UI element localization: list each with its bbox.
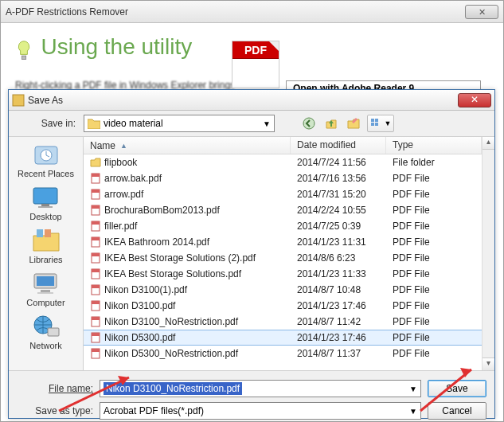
table-row[interactable]: IKEA Best Storage Solutions (2).pdf2014/… (84, 250, 482, 266)
svg-rect-9 (33, 188, 57, 204)
svg-rect-0 (21, 56, 25, 59)
saveastype-combo[interactable]: Acrobat PDF files(*.pdf) ▼ (100, 402, 421, 420)
table-row[interactable]: IKEA Bathroom 2014.pdf2014/1/23 11:31PDF… (84, 234, 482, 250)
file-date: 2014/2/24 10:55 (291, 205, 386, 216)
file-date: 2014/8/6 6:23 (291, 252, 386, 264)
pdf-file-icon (90, 300, 101, 311)
scroll-up-button[interactable]: ▴ (483, 137, 494, 150)
file-date: 2014/8/7 10:48 (291, 284, 386, 295)
folder-icon (88, 118, 100, 129)
place-label: Network (29, 341, 61, 350)
pdf-file-icon (90, 189, 101, 200)
page-fold-icon (269, 41, 279, 51)
app-close-button[interactable]: ✕ (465, 5, 498, 19)
file-date: 2014/7/24 11:56 (291, 157, 386, 168)
dialog-content: Recent Places Desktop Libraries Computer… (9, 136, 494, 371)
table-row[interactable]: flipbook2014/7/24 11:56File folder (84, 154, 482, 170)
file-name: filler.pdf (104, 221, 137, 232)
folder-icon (90, 157, 101, 168)
svg-rect-19 (48, 328, 59, 336)
pdf-file-icon (90, 221, 101, 232)
scroll-down-button[interactable]: ▾ (483, 358, 494, 370)
table-row[interactable]: Nikon D3100_NoRestriction.pdf2014/8/7 11… (84, 314, 482, 330)
back-button[interactable] (300, 115, 318, 132)
file-type: PDF File (386, 316, 482, 327)
table-row[interactable]: Nikon D3100(1).pdf2014/8/7 10:48PDF File (84, 282, 482, 298)
file-date: 2014/7/31 15:20 (291, 189, 386, 200)
file-name: flipbook (104, 157, 137, 168)
dialog-title: Save As (28, 95, 458, 106)
place-network[interactable]: Network (29, 314, 61, 350)
cancel-button[interactable]: Cancel (428, 402, 486, 420)
place-label: Recent Places (18, 169, 74, 178)
header-type[interactable]: Type (386, 137, 482, 154)
new-folder-button[interactable] (345, 115, 362, 132)
table-row[interactable]: IKEA Best Storage Solutions.pdf2014/1/23… (84, 266, 482, 282)
file-list: Name▲ Date modified Type flipbook2014/7/… (84, 137, 482, 370)
file-type: PDF File (386, 173, 482, 184)
table-row[interactable]: filler.pdf2014/7/25 0:39PDF File (84, 218, 482, 234)
file-type: PDF File (386, 332, 482, 343)
savein-combo[interactable]: video material ▼ (84, 115, 275, 132)
header-name[interactable]: Name▲ (84, 137, 291, 154)
dropdown-arrow-icon: ▼ (263, 119, 271, 128)
file-name: Nikon D3100(1).pdf (104, 284, 187, 295)
dialog-titlebar: Save As ✕ (9, 90, 494, 111)
svg-rect-37 (92, 301, 100, 304)
dialog-close-button[interactable]: ✕ (458, 93, 491, 107)
file-name: Nikon D5300.pdf (104, 332, 175, 343)
table-row[interactable]: arrow.bak.pdf2014/7/16 13:56PDF File (84, 170, 482, 186)
save-button[interactable]: Save (428, 380, 486, 397)
place-recent[interactable]: Recent Places (18, 142, 74, 178)
table-row[interactable]: Nikon D5300_NoRestriction.pdf2014/8/7 11… (84, 346, 482, 361)
file-name: IKEA Best Storage Solutions.pdf (104, 268, 241, 279)
file-date: 2014/8/7 11:42 (291, 316, 386, 327)
file-type: PDF File (386, 205, 482, 216)
file-rows[interactable]: flipbook2014/7/24 11:56File folderarrow.… (84, 154, 482, 370)
savein-label: Save in: (15, 118, 79, 129)
file-date: 2014/8/7 11:37 (291, 348, 386, 359)
svg-rect-25 (92, 205, 100, 209)
filename-value: Nikon D3100_NoRestriction.pdf (104, 382, 242, 395)
file-name: arrow.pdf (104, 189, 143, 200)
filename-label: File name: (17, 383, 93, 394)
place-libraries[interactable]: Libraries (29, 228, 62, 264)
table-row[interactable]: arrow.pdf2014/7/31 15:20PDF File (84, 186, 482, 202)
svg-rect-27 (92, 221, 100, 225)
file-name: BrochuraBomBom2013.pdf (104, 205, 220, 216)
file-name: Nikon D3100_NoRestriction.pdf (104, 316, 238, 327)
file-type: File folder (386, 157, 482, 168)
svg-rect-21 (92, 174, 100, 177)
up-button[interactable] (322, 115, 340, 132)
place-label: Desktop (29, 212, 61, 221)
pdf-file-icon (90, 205, 101, 216)
table-row[interactable]: BrochuraBomBom2013.pdf2014/2/24 10:55PDF… (84, 202, 482, 218)
table-row[interactable]: Nikon D3100.pdf2014/1/23 17:46PDF File (84, 298, 482, 314)
places-bar: Recent Places Desktop Libraries Computer… (9, 137, 84, 370)
column-headers: Name▲ Date modified Type (84, 137, 482, 154)
heading: Using the utility (41, 34, 192, 59)
file-date: 2014/7/25 0:39 (291, 221, 386, 232)
header-date[interactable]: Date modified (291, 137, 386, 154)
app-title: A-PDF Restrictions Remover (6, 6, 465, 18)
svg-rect-17 (37, 292, 53, 294)
pdf-file-icon (90, 236, 101, 248)
svg-rect-41 (92, 333, 100, 336)
file-type: PDF File (386, 284, 482, 295)
pdf-file-icon (90, 268, 101, 279)
file-date: 2014/1/23 11:31 (291, 236, 386, 248)
place-desktop[interactable]: Desktop (29, 185, 61, 221)
place-computer[interactable]: Computer (26, 271, 64, 307)
app-titlebar: A-PDF Restrictions Remover ✕ (1, 1, 503, 23)
table-row[interactable]: Nikon D5300.pdf2014/1/23 17:46PDF File (84, 330, 482, 346)
filename-input[interactable]: Nikon D3100_NoRestriction.pdf ▼ (100, 380, 421, 397)
dialog-icon (12, 94, 25, 107)
pdf-file-icon (90, 173, 101, 184)
view-menu-button[interactable]: ▼ (367, 115, 394, 132)
pdf-file-icon (90, 332, 101, 343)
dialog-bottom: File name: Nikon D3100_NoRestriction.pdf… (9, 371, 494, 422)
vertical-scrollbar[interactable]: ▴ ▾ (482, 137, 494, 370)
file-type: PDF File (386, 221, 482, 232)
svg-rect-35 (92, 285, 100, 288)
svg-rect-4 (375, 119, 378, 122)
